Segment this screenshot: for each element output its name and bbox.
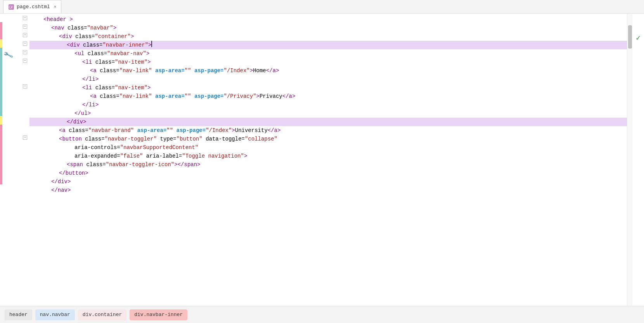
svg-text:C#: C# (9, 6, 13, 9)
gutter-row (2, 108, 29, 116)
gutter-row (2, 99, 29, 108)
file-type-icon: C# (8, 4, 14, 10)
code-line: </div> (29, 177, 627, 186)
gutter: 🔧 − − − − − − − (2, 14, 29, 306)
breadcrumb-header-label: header (9, 312, 28, 318)
validation-status: ✓ (632, 14, 644, 306)
gutter-row (2, 176, 29, 184)
breadcrumb-nav-label: nav.navbar (40, 312, 70, 318)
checkmark-icon: ✓ (636, 33, 641, 43)
code-line: </li> (29, 75, 627, 83)
breadcrumb-nav[interactable]: nav.navbar (35, 309, 75, 320)
code-line: <a class="navbar-brand" asp-area="" asp-… (29, 126, 627, 135)
file-tab[interactable]: C# page.cshtml × (3, 0, 61, 13)
gutter-row (2, 116, 29, 125)
code-line: <a class="nav-link" asp-area="" asp-page… (29, 92, 627, 101)
gutter-row: − (2, 31, 29, 39)
gutter-row (2, 150, 29, 159)
gutter-row: − (2, 133, 29, 142)
code-line: <div class="container"> (29, 32, 627, 41)
code-line: </ul> (29, 109, 627, 118)
code-editor[interactable]: <header > <nav class="navbar"> <div clas… (29, 14, 627, 306)
gutter-row: − (2, 22, 29, 31)
code-line: aria-expanded="false" aria-label="Toggle… (29, 152, 627, 160)
collapse-button[interactable]: − (23, 84, 27, 89)
gutter-row: − (2, 39, 29, 48)
code-line: <li class="nav-item"> (29, 83, 627, 92)
gutter-row (2, 73, 29, 82)
breadcrumb-container-label: div.container (83, 312, 122, 318)
code-line-selected: <div class="navbar-inner"> (29, 41, 627, 49)
code-line: </li> (29, 101, 627, 109)
breadcrumb-header[interactable]: header (5, 309, 32, 320)
breadcrumb-navbarinner-label: div.navbar-inner (134, 312, 183, 318)
gutter-row (2, 125, 29, 133)
collapse-button[interactable]: − (23, 135, 27, 140)
collapse-button[interactable]: − (23, 33, 27, 37)
code-line: aria-controls="navbarSupportedContent" (29, 143, 627, 152)
collapse-button[interactable]: − (23, 42, 27, 46)
title-bar: C# page.cshtml × (0, 0, 644, 14)
code-line: <a class="nav-link" asp-area="" asp-page… (29, 66, 627, 75)
code-line: <button class="navbar-toggler" type="but… (29, 135, 627, 143)
code-line-selected: </div> (29, 118, 627, 126)
collapse-button[interactable]: − (23, 59, 27, 63)
code-line: <header > (29, 15, 627, 24)
gutter-row (2, 167, 29, 176)
code-line: <nav class="navbar"> (29, 24, 627, 32)
editor-main: 🔧 − − − − − − − (0, 14, 644, 306)
code-line: </button> (29, 169, 627, 177)
collapse-button[interactable]: − (23, 50, 27, 54)
breadcrumb-div-container[interactable]: div.container (78, 309, 126, 320)
collapse-button[interactable]: − (23, 24, 27, 29)
gutter-row (2, 65, 29, 73)
gutter-row (2, 159, 29, 167)
code-line: <ul class="navbar-nav"> (29, 49, 627, 58)
gutter-row: − (2, 14, 29, 22)
gutter-row: − (2, 82, 29, 90)
gutter-row (2, 90, 29, 99)
code-line: <span class="navbar-toggler-icon"></span… (29, 160, 627, 169)
collapse-button[interactable]: − (23, 16, 27, 20)
breadcrumb-navbar-inner[interactable]: div.navbar-inner (130, 309, 187, 320)
scrollbar[interactable] (627, 14, 632, 306)
code-line: <li class="nav-item"> (29, 58, 627, 66)
code-line: </nav> (29, 186, 627, 194)
tab-close-button[interactable]: × (54, 5, 57, 9)
tab-filename: page.cshtml (17, 4, 50, 10)
gutter-row (2, 142, 29, 150)
breadcrumb-bar: header nav.navbar div.container div.navb… (0, 306, 644, 323)
gutter-row (2, 184, 29, 193)
